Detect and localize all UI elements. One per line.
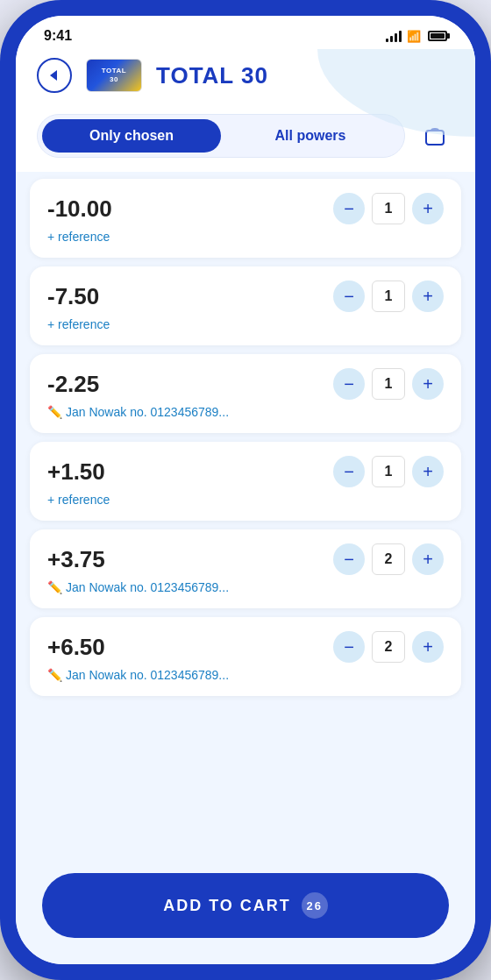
quantity-display: 2 [372, 631, 405, 663]
phone-screen: 9:41 📶 TOTAL30 [16, 16, 475, 964]
minus-button[interactable]: − [333, 193, 365, 224]
cart-count-badge: 26 [302, 892, 328, 919]
quantity-display: 1 [372, 368, 405, 400]
item-controls: −1+ [333, 193, 444, 224]
status-icons: 📶 [386, 30, 447, 43]
item-power: -2.25 [47, 371, 99, 398]
add-reference-link[interactable]: + reference [47, 230, 444, 244]
item-card: -10.00−1++ reference [30, 179, 461, 258]
back-arrow-icon [50, 70, 57, 81]
plus-button[interactable]: + [412, 543, 444, 575]
header: TOTAL30 TOTAL 30 [16, 49, 475, 107]
item-card: +3.75−2+✏️Jan Nowak no. 0123456789... [30, 529, 461, 608]
phone-shell: 9:41 📶 TOTAL30 [0, 0, 491, 980]
header-content: TOTAL30 TOTAL 30 [37, 58, 454, 93]
item-card: +1.50−1++ reference [30, 442, 461, 521]
minus-button[interactable]: − [333, 281, 365, 312]
status-bar: 9:41 📶 [16, 16, 475, 49]
item-power: +6.50 [47, 634, 105, 661]
pencil-icon: ✏️ [47, 668, 62, 682]
add-reference-link[interactable]: + reference [47, 317, 444, 331]
minus-button[interactable]: − [333, 631, 365, 663]
item-controls: −2+ [333, 631, 444, 663]
item-reference[interactable]: ✏️Jan Nowak no. 0123456789... [47, 405, 444, 419]
item-power: +1.50 [47, 458, 105, 486]
item-row: -10.00−1+ [47, 193, 444, 224]
plus-button[interactable]: + [412, 368, 444, 400]
plus-button[interactable]: + [412, 281, 444, 312]
item-controls: −2+ [333, 543, 444, 575]
status-time: 9:41 [44, 28, 72, 44]
plus-button[interactable]: + [412, 193, 444, 224]
quantity-display: 1 [372, 456, 405, 487]
items-list: -10.00−1++ reference-7.50−1++ reference-… [16, 172, 475, 964]
item-row: +1.50−1+ [47, 456, 444, 487]
item-reference[interactable]: ✏️Jan Nowak no. 0123456789... [47, 580, 444, 594]
minus-button[interactable]: − [333, 456, 365, 487]
item-reference[interactable]: ✏️Jan Nowak no. 0123456789... [47, 668, 444, 682]
item-power: +3.75 [47, 546, 105, 573]
minus-button[interactable]: − [333, 543, 365, 575]
item-controls: −1+ [333, 368, 444, 400]
item-row: +3.75−2+ [47, 543, 444, 575]
add-to-cart-label: ADD TO CART [163, 897, 291, 915]
item-card: +6.50−2+✏️Jan Nowak no. 0123456789... [30, 617, 461, 696]
only-chosen-button[interactable]: Only chosen [42, 119, 221, 153]
product-image: TOTAL30 [86, 59, 142, 92]
minus-button[interactable]: − [333, 368, 365, 400]
signal-icon [386, 30, 402, 42]
plus-button[interactable]: + [412, 631, 444, 663]
item-card: -2.25−1+✏️Jan Nowak no. 0123456789... [30, 354, 461, 433]
plus-button[interactable]: + [412, 456, 444, 487]
item-row: +6.50−2+ [47, 631, 444, 663]
add-reference-link[interactable]: + reference [47, 493, 444, 507]
add-to-cart-button[interactable]: ADD TO CART 26 [42, 873, 449, 938]
item-row: -7.50−1+ [47, 281, 444, 312]
item-power: -10.00 [47, 195, 112, 223]
filter-toggle-group: Only chosen All powers [37, 114, 405, 158]
quantity-display: 2 [372, 543, 405, 575]
item-controls: −1+ [333, 456, 444, 487]
battery-icon [428, 31, 447, 41]
quantity-display: 1 [372, 281, 405, 312]
add-to-cart-bar: ADD TO CART 26 [42, 873, 449, 938]
product-title: TOTAL 30 [156, 62, 268, 89]
item-controls: −1+ [333, 281, 444, 312]
item-row: -2.25−1+ [47, 368, 444, 400]
wifi-icon: 📶 [407, 30, 421, 43]
item-power: -7.50 [47, 283, 99, 310]
back-button[interactable] [37, 58, 72, 93]
item-card: -7.50−1++ reference [30, 266, 461, 345]
quantity-display: 1 [372, 193, 405, 224]
all-powers-button[interactable]: All powers [221, 119, 400, 153]
pencil-icon: ✏️ [47, 580, 62, 594]
pencil-icon: ✏️ [47, 405, 62, 419]
